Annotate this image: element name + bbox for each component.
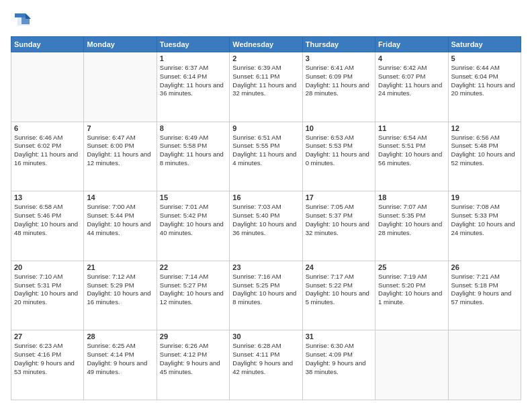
calendar-cell: 1Sunrise: 6:37 AMSunset: 6:14 PMDaylight… [157,52,229,122]
week-row-2: 13Sunrise: 6:58 AMSunset: 5:46 PMDayligh… [11,191,521,261]
cell-line: Sunset: 5:27 PM [160,281,226,290]
calendar-cell: 9Sunrise: 6:51 AMSunset: 5:55 PMDaylight… [230,122,302,191]
week-row-3: 20Sunrise: 7:10 AMSunset: 5:31 PMDayligh… [11,261,521,330]
calendar-cell: 29Sunrise: 6:26 AMSunset: 4:12 PMDayligh… [157,330,229,400]
cell-line: Sunrise: 7:19 AM [378,273,445,281]
weekday-header-row: SundayMondayTuesdayWednesdayThursdayFrid… [11,37,521,52]
cell-content: Sunrise: 7:21 AMSunset: 5:18 PMDaylight:… [451,273,518,307]
day-number: 19 [451,193,518,201]
cell-line: Sunset: 4:12 PM [160,351,226,359]
cell-line: Sunset: 5:51 PM [378,142,445,150]
cell-line: Sunset: 5:25 PM [232,281,299,290]
day-number: 27 [14,332,81,340]
cell-line: Sunset: 6:09 PM [306,73,372,81]
day-number: 16 [232,193,299,201]
cell-line: Daylight: 10 hours and 48 minutes. [14,220,81,238]
calendar-cell: 25Sunrise: 7:19 AMSunset: 5:20 PMDayligh… [375,261,448,330]
cell-line: Daylight: 9 hours and 42 minutes. [232,359,299,377]
cell-content: Sunrise: 6:23 AMSunset: 4:16 PMDaylight:… [14,342,81,376]
calendar-cell: 24Sunrise: 7:17 AMSunset: 5:22 PMDayligh… [302,261,375,330]
calendar-cell: 22Sunrise: 7:14 AMSunset: 5:27 PMDayligh… [157,261,229,330]
cell-line: Sunrise: 6:51 AM [232,134,299,142]
cell-line: Sunrise: 6:25 AM [87,342,153,351]
cell-line: Daylight: 10 hours and 36 minutes. [232,220,299,238]
cell-line: Daylight: 9 hours and 57 minutes. [451,289,518,307]
cell-line: Sunrise: 6:26 AM [160,342,226,351]
calendar-cell [448,330,521,400]
cell-line: Daylight: 11 hours and 4 minutes. [232,150,299,168]
cell-content: Sunrise: 6:41 AMSunset: 6:09 PMDaylight:… [306,64,372,98]
cell-content: Sunrise: 6:58 AMSunset: 5:46 PMDaylight:… [14,203,81,237]
cell-line: Daylight: 9 hours and 45 minutes. [160,359,226,377]
cell-content: Sunrise: 6:39 AMSunset: 6:11 PMDaylight:… [232,64,299,98]
cell-line: Daylight: 10 hours and 56 minutes. [378,150,445,168]
day-number: 18 [378,193,445,201]
cell-line: Daylight: 11 hours and 8 minutes. [160,150,226,168]
cell-line: Sunset: 5:48 PM [451,142,518,150]
cell-line: Sunrise: 6:49 AM [160,134,226,142]
cell-line: Sunrise: 6:53 AM [306,134,372,142]
day-number: 6 [14,124,81,132]
cell-line: Daylight: 10 hours and 24 minutes. [451,220,518,238]
calendar-cell: 31Sunrise: 6:30 AMSunset: 4:09 PMDayligh… [302,330,375,400]
cell-line: Sunset: 5:53 PM [306,142,372,150]
cell-line: Daylight: 11 hours and 28 minutes. [306,81,372,99]
day-number: 1 [160,54,226,62]
cell-line: Sunset: 6:02 PM [14,142,81,150]
week-row-0: 1Sunrise: 6:37 AMSunset: 6:14 PMDaylight… [11,52,521,122]
cell-content: Sunrise: 7:19 AMSunset: 5:20 PMDaylight:… [378,273,445,307]
cell-line: Sunset: 5:29 PM [87,281,153,290]
cell-line: Daylight: 11 hours and 0 minutes. [306,150,372,168]
day-number: 13 [14,193,81,201]
calendar-cell [84,52,157,122]
week-row-1: 6Sunrise: 6:46 AMSunset: 6:02 PMDaylight… [11,122,521,191]
cell-line: Sunrise: 7:17 AM [306,273,372,281]
calendar-cell: 15Sunrise: 7:01 AMSunset: 5:42 PMDayligh… [157,191,229,261]
day-number: 26 [451,263,518,271]
calendar-cell [375,330,448,400]
cell-line: Sunset: 5:37 PM [306,212,372,220]
weekday-tuesday: Tuesday [157,37,229,52]
svg-marker-3 [26,13,31,19]
calendar-cell: 28Sunrise: 6:25 AMSunset: 4:14 PMDayligh… [84,330,157,400]
cell-content: Sunrise: 6:44 AMSunset: 6:04 PMDaylight:… [451,64,518,98]
day-number: 28 [87,332,153,340]
cell-line: Sunrise: 7:10 AM [14,273,81,281]
cell-line: Sunrise: 7:05 AM [306,203,372,212]
cell-line: Sunrise: 6:30 AM [306,342,372,351]
cell-line: Daylight: 11 hours and 32 minutes. [232,81,299,99]
day-number: 11 [378,124,445,132]
day-number: 15 [160,193,226,201]
cell-content: Sunrise: 7:05 AMSunset: 5:37 PMDaylight:… [306,203,372,237]
cell-content: Sunrise: 6:47 AMSunset: 6:00 PMDaylight:… [87,134,153,168]
cell-line: Sunset: 6:07 PM [378,73,445,81]
cell-line: Sunrise: 6:58 AM [14,203,81,212]
cell-line: Daylight: 11 hours and 16 minutes. [14,150,81,168]
cell-content: Sunrise: 6:56 AMSunset: 5:48 PMDaylight:… [451,134,518,168]
calendar-cell: 6Sunrise: 6:46 AMSunset: 6:02 PMDaylight… [11,122,84,191]
weekday-sunday: Sunday [11,37,84,52]
cell-content: Sunrise: 6:54 AMSunset: 5:51 PMDaylight:… [378,134,445,168]
calendar-cell: 4Sunrise: 6:42 AMSunset: 6:07 PMDaylight… [375,52,448,122]
calendar-cell: 16Sunrise: 7:03 AMSunset: 5:40 PMDayligh… [230,191,302,261]
weekday-thursday: Thursday [302,37,375,52]
cell-line: Sunrise: 7:01 AM [160,203,226,212]
logo-icon [12,11,31,30]
header [11,11,521,30]
cell-line: Daylight: 10 hours and 52 minutes. [451,150,518,168]
cell-line: Sunrise: 6:39 AM [232,64,299,73]
cell-line: Sunrise: 7:21 AM [451,273,518,281]
calendar-cell: 19Sunrise: 7:08 AMSunset: 5:33 PMDayligh… [448,191,521,261]
calendar-cell: 10Sunrise: 6:53 AMSunset: 5:53 PMDayligh… [302,122,375,191]
calendar-cell: 21Sunrise: 7:12 AMSunset: 5:29 PMDayligh… [84,261,157,330]
cell-line: Sunrise: 6:47 AM [87,134,153,142]
day-number: 23 [232,263,299,271]
cell-content: Sunrise: 7:16 AMSunset: 5:25 PMDaylight:… [232,273,299,307]
calendar-cell: 7Sunrise: 6:47 AMSunset: 6:00 PMDaylight… [84,122,157,191]
cell-content: Sunrise: 6:28 AMSunset: 4:11 PMDaylight:… [232,342,299,376]
weekday-monday: Monday [84,37,157,52]
cell-line: Sunrise: 6:41 AM [306,64,372,73]
cell-line: Sunset: 4:14 PM [87,351,153,359]
cell-content: Sunrise: 6:37 AMSunset: 6:14 PMDaylight:… [160,64,226,98]
calendar-cell: 26Sunrise: 7:21 AMSunset: 5:18 PMDayligh… [448,261,521,330]
